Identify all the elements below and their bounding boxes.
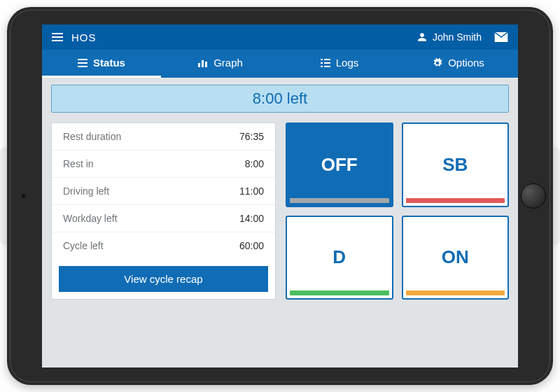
tablet-frame: HOS John Smith Status Graph Logs (7, 7, 553, 385)
duty-indicator-bar (290, 290, 389, 295)
user-icon (417, 32, 427, 42)
duty-tile-off[interactable]: OFF (286, 122, 393, 207)
time-remaining-bar: 8:00 left (51, 85, 509, 113)
mail-icon[interactable] (494, 32, 508, 42)
stat-row-driving-left: Driving left 11:00 (52, 178, 275, 205)
stat-row-workday-left: Workday left 14:00 (52, 205, 275, 232)
tab-label: Options (448, 57, 484, 69)
svg-rect-7 (324, 59, 330, 60)
user-name: John Smith (433, 31, 482, 43)
duty-code: D (332, 246, 346, 268)
stat-label: Rest duration (63, 131, 121, 142)
svg-rect-9 (324, 62, 330, 64)
tab-status[interactable]: Status (42, 50, 161, 78)
stat-label: Cycle left (63, 240, 104, 251)
duty-code: SB (442, 154, 468, 176)
stat-label: Driving left (63, 186, 109, 197)
duty-code: OFF (321, 154, 358, 176)
duty-tile-d[interactable]: D (286, 216, 393, 300)
tab-bar: Status Graph Logs Options (42, 50, 518, 78)
stat-value: 76:35 (239, 131, 264, 142)
gear-icon (433, 58, 442, 68)
tab-label: Logs (336, 57, 359, 69)
content-area: 8:00 left Rest duration 76:35 Rest in 8:… (42, 78, 518, 307)
stat-value: 11:00 (239, 186, 264, 197)
duty-status-grid: OFF SB D ON (286, 122, 509, 300)
tab-graph[interactable]: Graph (161, 50, 280, 78)
stat-row-rest-duration: Rest duration 76:35 (52, 123, 275, 150)
app-title: HOS (71, 31, 97, 43)
stat-row-rest-in: Rest in 8:00 (52, 150, 275, 178)
user-area[interactable]: John Smith (417, 31, 482, 43)
stat-value: 60:00 (239, 240, 264, 251)
tab-label: Status (93, 57, 125, 69)
duty-indicator-bar (290, 198, 389, 203)
svg-rect-2 (78, 66, 88, 67)
list-icon (78, 59, 88, 67)
stat-label: Workday left (63, 213, 118, 224)
svg-rect-10 (321, 66, 323, 67)
svg-rect-3 (198, 63, 200, 67)
svg-rect-5 (205, 62, 207, 67)
svg-rect-1 (78, 62, 88, 64)
svg-rect-4 (202, 60, 204, 67)
top-bar: HOS John Smith (42, 24, 518, 50)
stat-value: 14:00 (239, 213, 264, 224)
tablet-camera (21, 194, 26, 199)
tab-label: Graph (214, 57, 243, 69)
stat-label: Rest in (63, 158, 94, 169)
svg-rect-11 (324, 66, 330, 67)
duty-tile-on[interactable]: ON (402, 216, 510, 300)
stat-value: 8:00 (245, 158, 264, 169)
tablet-home-button[interactable] (521, 183, 546, 209)
duty-indicator-bar (406, 290, 505, 295)
stats-panel: Rest duration 76:35 Rest in 8:00 Driving… (51, 122, 276, 300)
logs-icon (321, 59, 330, 67)
duty-tile-sb[interactable]: SB (402, 122, 510, 207)
tab-logs[interactable]: Logs (280, 50, 399, 78)
tab-options[interactable]: Options (399, 50, 518, 78)
chart-icon (198, 59, 208, 67)
duty-indicator-bar (406, 198, 505, 203)
svg-rect-8 (321, 62, 323, 64)
svg-rect-0 (78, 59, 88, 60)
menu-icon[interactable] (52, 33, 63, 41)
stat-row-cycle-left: Cycle left 60:00 (52, 232, 275, 259)
svg-rect-6 (321, 59, 323, 60)
duty-code: ON (442, 246, 469, 268)
view-cycle-recap-button[interactable]: View cycle recap (59, 266, 268, 292)
app-screen: HOS John Smith Status Graph Logs (42, 24, 518, 368)
